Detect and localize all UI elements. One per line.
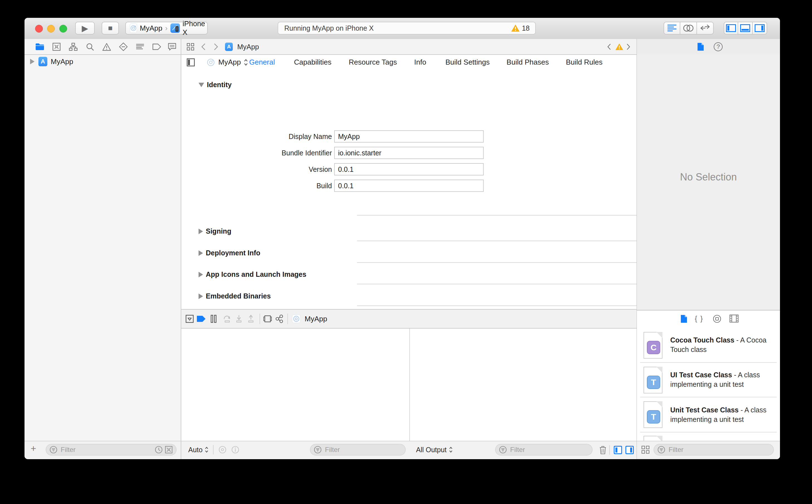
stop-button[interactable]: ■ <box>102 22 119 35</box>
variables-view[interactable] <box>181 329 409 441</box>
code-snippet-library-tab[interactable]: { } <box>695 314 703 323</box>
variables-filter-field[interactable] <box>310 444 406 456</box>
signing-section-header[interactable]: Signing <box>199 227 231 235</box>
print-description-icon[interactable] <box>231 445 240 454</box>
symbol-navigator-tab[interactable] <box>68 42 78 52</box>
issue-navigator-tab[interactable] <box>102 42 112 52</box>
disclosure-closed-icon[interactable] <box>199 250 203 256</box>
file-inspector-tab[interactable] <box>697 42 704 51</box>
tab-build-phases[interactable]: Build Phases <box>507 55 549 70</box>
version-input[interactable] <box>334 163 484 175</box>
report-navigator-tab[interactable] <box>167 42 177 52</box>
chevron-up-down-icon[interactable] <box>244 59 248 66</box>
library-grid-view-button[interactable] <box>641 446 650 454</box>
jumpbar-file-icon: A <box>225 41 233 52</box>
project-navigator-tab[interactable] <box>35 42 45 52</box>
simulator-icon <box>170 23 180 33</box>
issue-warning-badge[interactable] <box>615 41 623 52</box>
embedded-binaries-section-header[interactable]: Embedded Binaries <box>199 292 271 300</box>
navigator-splitter[interactable] <box>181 39 181 459</box>
toggle-debug-area-button[interactable] <box>738 22 753 35</box>
zoom-window-button[interactable] <box>59 25 67 33</box>
jumpbar-file-name[interactable]: MyApp <box>237 41 259 52</box>
scheme-name: MyApp <box>140 24 162 33</box>
step-over-button[interactable] <box>223 313 232 325</box>
clear-console-button[interactable] <box>599 445 607 455</box>
version-editor-button[interactable] <box>697 22 714 35</box>
tab-general[interactable]: General <box>249 55 275 70</box>
view-ui-hierarchy-button[interactable] <box>263 313 272 325</box>
find-navigator-tab[interactable] <box>85 42 95 52</box>
console-view[interactable] <box>410 329 637 441</box>
disclosure-triangle-icon[interactable] <box>30 59 35 64</box>
tab-build-settings[interactable]: Build Settings <box>446 55 490 70</box>
library-filter-field[interactable] <box>654 444 774 456</box>
file-template-library-tab[interactable] <box>680 314 688 323</box>
variables-filter-input[interactable] <box>324 446 402 454</box>
bundle-identifier-input[interactable] <box>334 147 484 159</box>
project-navigator-row[interactable]: A MyApp <box>25 56 181 67</box>
memory-graph-button[interactable] <box>275 313 284 325</box>
go-forward-button[interactable] <box>214 41 218 52</box>
disclosure-closed-icon[interactable] <box>199 272 203 277</box>
console-filter-field[interactable] <box>495 444 593 456</box>
previous-issue-button[interactable] <box>607 41 611 52</box>
console-scope-selector[interactable]: All Output <box>416 446 453 454</box>
deployment-info-section-header[interactable]: Deployment Info <box>199 249 260 257</box>
tab-resource-tags[interactable]: Resource Tags <box>349 55 397 70</box>
assistant-editor-button[interactable] <box>680 22 697 35</box>
tab-capabilities[interactable]: Capabilities <box>294 55 331 70</box>
toggle-inspector-button[interactable] <box>753 22 767 35</box>
debug-process-name[interactable]: MyApp <box>305 313 327 325</box>
quicklook-icon[interactable] <box>218 445 227 454</box>
target-selector[interactable]: MyApp <box>218 58 241 67</box>
warning-badge[interactable]: 18 <box>511 24 530 32</box>
add-button[interactable]: + <box>31 443 36 454</box>
identity-section-header[interactable]: Identity <box>199 81 232 89</box>
source-control-navigator-tab[interactable] <box>52 42 62 52</box>
show-console-button[interactable] <box>625 445 634 455</box>
project-sidebar-toggle[interactable] <box>187 58 195 67</box>
next-issue-button[interactable] <box>627 41 630 52</box>
help-inspector-tab[interactable]: ? <box>714 42 723 51</box>
standard-editor-button[interactable] <box>664 22 680 35</box>
file-inspector-icon <box>697 42 704 51</box>
run-button[interactable]: ▶ <box>75 22 95 35</box>
build-input[interactable] <box>334 180 484 192</box>
object-library-tab[interactable] <box>713 314 721 323</box>
debug-panel-icon <box>740 24 750 32</box>
test-navigator-tab[interactable] <box>118 42 128 52</box>
related-items-icon[interactable] <box>187 41 194 52</box>
tab-info[interactable]: Info <box>414 55 426 70</box>
file-template-icon <box>680 314 688 323</box>
console-filter-input[interactable] <box>510 446 589 454</box>
breakpoints-toggle-button[interactable] <box>196 313 206 325</box>
go-back-button[interactable] <box>201 41 206 52</box>
media-library-tab[interactable] <box>729 314 739 323</box>
show-variables-view-button[interactable] <box>613 445 623 455</box>
hide-debug-area-button[interactable] <box>185 313 194 325</box>
debug-navigator-tab[interactable] <box>135 42 145 52</box>
disclosure-open-icon[interactable] <box>199 83 204 87</box>
target-app-icon <box>207 58 215 67</box>
library-filter-input[interactable] <box>668 446 770 454</box>
navigator-filter-field[interactable] <box>46 444 177 456</box>
recent-files-clock-icon[interactable] <box>155 446 163 454</box>
app-icons-section-header[interactable]: App Icons and Launch Images <box>199 270 306 278</box>
toggle-navigator-button[interactable] <box>724 22 738 35</box>
display-name-input[interactable] <box>334 130 484 143</box>
step-out-button[interactable] <box>247 313 255 325</box>
close-window-button[interactable] <box>35 25 43 33</box>
breakpoint-navigator-tab[interactable] <box>152 42 162 52</box>
navigator-filter-input[interactable] <box>60 446 155 454</box>
variables-scope-selector[interactable]: Auto <box>188 446 209 454</box>
source-control-status-icon[interactable] <box>165 446 173 454</box>
disclosure-closed-icon[interactable] <box>199 229 203 234</box>
step-into-button[interactable] <box>235 313 243 325</box>
disclosure-closed-icon[interactable] <box>199 293 203 299</box>
pause-execution-button[interactable] <box>211 313 217 325</box>
list-separator <box>640 397 777 397</box>
tab-build-rules[interactable]: Build Rules <box>566 55 603 70</box>
minimize-window-button[interactable] <box>47 25 55 33</box>
scheme-selector[interactable]: MyApp › iPhone X <box>125 22 208 35</box>
